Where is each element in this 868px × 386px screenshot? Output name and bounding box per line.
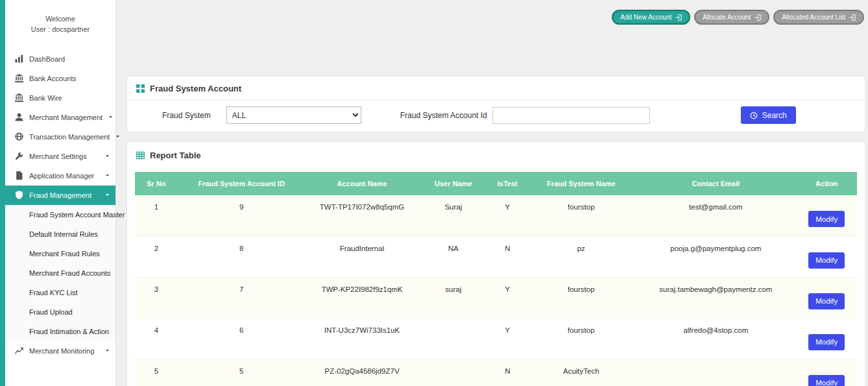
- account-id-input[interactable]: [492, 107, 650, 124]
- cell-email: suraj.tambewagh@paymentz.com: [635, 277, 796, 318]
- cell-user-name: [418, 318, 488, 359]
- bank-icon: [15, 74, 23, 82]
- sidebar-subitem-merchant-fraud-accounts[interactable]: Merchant Fraud Accounts: [5, 263, 115, 283]
- cell-sr: 5: [135, 359, 178, 386]
- cell-account-name: TWT-TP17I072w8q5qmG: [306, 195, 419, 236]
- chart-line-icon: [15, 346, 23, 355]
- column-header-action: Action: [796, 172, 857, 195]
- table-header-row: Sr NoFraud System Account IDAccount Name…: [135, 172, 857, 195]
- filter-panel-header: Fraud System Account: [127, 77, 865, 100]
- fraud-system-select[interactable]: ALL: [226, 106, 361, 124]
- column-header-istest: IsTest: [488, 172, 527, 195]
- caret-down-icon: [105, 193, 110, 197]
- main-content: Add New AccountAllocate AccountAllocated…: [117, 0, 868, 386]
- sidebar-item-fraud-management[interactable]: Fraud Management: [5, 186, 115, 205]
- welcome-user: User : docspartner: [5, 25, 115, 35]
- cell-action: Modify: [796, 195, 857, 236]
- table-row: 55PZ-02gQa4586jd9Z7VNAcuityTechModify: [135, 359, 857, 386]
- sidebar-item-merchant-settings[interactable]: Merchant Settings: [5, 147, 115, 166]
- allocated-account-list-button[interactable]: Allocated Account List: [773, 10, 864, 25]
- sidebar-item-bank-wire[interactable]: Bank Wire: [5, 88, 115, 108]
- caret-down-icon: [105, 173, 110, 178]
- add-new-account-button[interactable]: Add New Account: [612, 10, 690, 25]
- sidebar-item-label: Merchant Settings: [29, 152, 87, 160]
- topbar: Add New AccountAllocate AccountAllocated…: [117, 0, 868, 35]
- sidebar-subitem-fraud-system-account-master[interactable]: Fraud System Account Master: [5, 205, 115, 224]
- report-panel-header: Report Table: [127, 142, 865, 163]
- modify-button[interactable]: Modify: [808, 334, 845, 350]
- cell-user-name: NA: [418, 236, 488, 277]
- cell-is-test: N: [488, 359, 527, 386]
- cell-action: Modify: [796, 236, 857, 277]
- modify-button[interactable]: Modify: [808, 252, 845, 269]
- cell-sr: 4: [135, 318, 178, 359]
- sidebar-subitem-fraud-kyc-list[interactable]: Fraud KYC List: [5, 283, 115, 302]
- signin-icon: [849, 14, 856, 21]
- sidebar-item-merchant-monitoring[interactable]: Merchant Monitoring: [5, 341, 115, 361]
- sidebar-subitem-fraud-intimation-action[interactable]: Fraud Intimation & Action: [5, 322, 115, 341]
- allocate-account-button[interactable]: Allocate Account: [694, 10, 769, 25]
- cell-account-id: 8: [178, 236, 306, 277]
- welcome-block: Welcome User : docspartner: [5, 0, 115, 35]
- modify-button[interactable]: Modify: [808, 211, 845, 227]
- cell-email: test@gmail.com: [635, 195, 796, 236]
- cell-is-test: Y: [488, 195, 527, 236]
- sidebar-item-application-manager[interactable]: Application Manager: [5, 166, 115, 186]
- pill-button-label: Allocate Account: [703, 14, 751, 21]
- cell-email: [635, 359, 796, 386]
- table-row: 19TWT-TP17I072w8q5qmGSurajYfourstoptest@…: [135, 195, 857, 236]
- sidebar-item-label: DashBoard: [29, 55, 65, 63]
- modify-button[interactable]: Modify: [808, 375, 845, 386]
- fraud-management-submenu: Fraud System Account MasterDefault Inter…: [5, 205, 115, 341]
- signin-icon: [754, 14, 761, 21]
- sidebar-menu: DashBoardBank AccountsBank WireMerchant …: [5, 49, 115, 361]
- sidebar-item-label: Application Manager: [29, 172, 94, 180]
- sidebar-item-label: Fraud Management: [29, 191, 91, 199]
- sidebar-item-bank-accounts[interactable]: Bank Accounts: [5, 69, 115, 88]
- sidebar-item-dashboard[interactable]: DashBoard: [5, 49, 115, 69]
- table-icon: [136, 151, 145, 160]
- column-header-account-name: Account Name: [306, 172, 419, 195]
- sidebar-subitem-fraud-upload[interactable]: Fraud Upload: [5, 302, 115, 322]
- report-table: Sr NoFraud System Account IDAccount Name…: [135, 172, 857, 386]
- cell-account-name: INT-U3cz7Wi733Is1uK: [306, 318, 419, 359]
- modify-button[interactable]: Modify: [808, 293, 845, 309]
- cell-fraud-system: AcuityTech: [527, 359, 635, 386]
- caret-down-icon: [115, 134, 120, 139]
- sidebar-subitem-merchant-fraud-rules[interactable]: Merchant Fraud Rules: [5, 244, 115, 263]
- column-header-fraud-system-account-id: Fraud System Account ID: [178, 172, 306, 195]
- pill-button-label: Allocated Account List: [782, 14, 845, 21]
- report-table-wrap: Sr NoFraud System Account IDAccount Name…: [127, 163, 865, 386]
- cell-account-id: 5: [178, 359, 306, 386]
- column-header-user-name: User Name: [418, 172, 488, 195]
- caret-down-icon: [105, 348, 110, 353]
- filter-panel-title: Fraud System Account: [150, 84, 241, 93]
- cell-user-name: [418, 359, 488, 386]
- sidebar-item-merchant-management[interactable]: Merchant Management: [5, 108, 115, 127]
- cell-action: Modify: [796, 318, 857, 359]
- sidebar-item-label: Merchant Monitoring: [29, 347, 94, 355]
- account-id-label: Fraud System Account Id: [400, 111, 487, 120]
- cell-is-test: Y: [488, 318, 527, 359]
- filter-form: Fraud System ALL Fraud System Account Id…: [127, 100, 865, 132]
- shield-icon: [15, 191, 23, 199]
- cell-action: Modify: [796, 277, 857, 318]
- cell-sr: 3: [135, 277, 178, 318]
- sidebar-item-label: Merchant Management: [29, 114, 102, 121]
- cell-fraud-system: fourstop: [527, 318, 635, 359]
- cell-fraud-system: fourstop: [527, 195, 635, 236]
- fraud-system-account-panel: Fraud System Account Fraud System ALL Fr…: [127, 77, 865, 132]
- sidebar-item-label: Bank Wire: [29, 94, 62, 102]
- cell-account-name: FraudInternal: [306, 236, 419, 277]
- table-row: 37TWP-KP22I982f9z1qmKsurajYfourstopsuraj…: [135, 277, 857, 318]
- sidebar-accent-strip: [0, 0, 5, 386]
- sidebar-item-transaction-management[interactable]: Transaction Management: [5, 127, 115, 147]
- search-button[interactable]: Search: [741, 106, 796, 124]
- grid-icon: [136, 84, 145, 93]
- cell-action: Modify: [796, 359, 857, 386]
- fraud-system-label: Fraud System: [162, 111, 211, 120]
- sidebar-subitem-default-internal-rules[interactable]: Default Internal Rules: [5, 224, 115, 244]
- globe-icon: [15, 132, 23, 141]
- caret-down-icon: [105, 154, 110, 158]
- welcome-text: Welcome: [5, 14, 115, 25]
